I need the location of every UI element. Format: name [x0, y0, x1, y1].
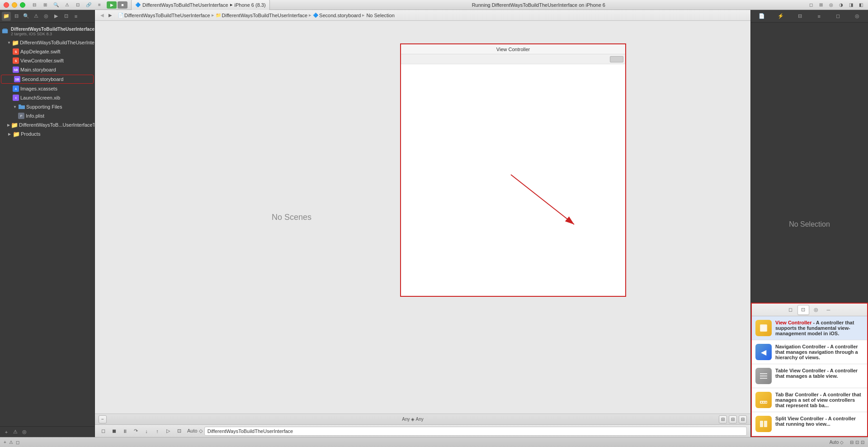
toggle-output-button[interactable]: ⊡: [861, 440, 864, 445]
list-icon[interactable]: ≡: [96, 1, 103, 9]
sidebar-item-viewcontroller[interactable]: S ViewController.swift: [0, 56, 94, 65]
panel-icon[interactable]: ◨: [847, 1, 854, 9]
canvas-bottom-bar: − Any ◈ Any ⊟ ⊟ ⊟: [95, 414, 750, 424]
scheme-selector[interactable]: 🔷 DifferentWaysToBuildTheUserInterface ▸…: [131, 0, 270, 11]
add-file-button[interactable]: +: [3, 428, 10, 436]
sidebar-item-images-xcassets[interactable]: A Images.xcassets: [0, 84, 94, 93]
svg-rect-14: [764, 421, 767, 427]
lib-tab-views[interactable]: ◻: [785, 305, 797, 315]
library-tabs: ◻ ⊡ ◎ ─: [752, 304, 867, 316]
launchscreen-label: LaunchScreen.xib: [20, 95, 93, 100]
vc-content: [401, 64, 625, 296]
nav-tab-search[interactable]: 🔍: [22, 12, 31, 21]
toggle-debug-button[interactable]: ⊟: [850, 440, 854, 445]
error-status-button[interactable]: ◻: [16, 440, 19, 445]
filter-input[interactable]: [204, 427, 747, 436]
lib-tab-code[interactable]: ─: [823, 305, 835, 315]
breakpoint-icon[interactable]: ⊡: [74, 1, 81, 9]
stop-button[interactable]: ■: [118, 1, 127, 9]
breadcrumb-back-button[interactable]: ◀: [99, 12, 106, 19]
library-item-split-view-controller[interactable]: Split View Controller - A controller tha…: [752, 412, 867, 436]
nav-tab-symbols[interactable]: ⊟: [12, 12, 21, 21]
sidebar-item-appdelegate[interactable]: S AppDelegate.swift: [0, 47, 94, 56]
breadcrumb-forward-button[interactable]: ▶: [107, 12, 114, 19]
zoom-out-button[interactable]: −: [99, 415, 107, 423]
insp-tab-attributes[interactable]: ≡: [810, 11, 828, 21]
nav-tab-files[interactable]: 📁: [2, 12, 11, 21]
sidebar-item-launchscreen[interactable]: X LaunchScreen.xib: [0, 93, 94, 102]
version-icon[interactable]: ◑: [837, 1, 844, 9]
insp-tab-identity[interactable]: ⊟: [791, 11, 809, 21]
step-out-button[interactable]: ↑: [153, 427, 162, 436]
add-button[interactable]: +: [4, 440, 6, 445]
sort-icon[interactable]: ◎: [21, 428, 28, 436]
nav-tab-breakpoints[interactable]: ⊡: [61, 12, 71, 21]
fullscreen-button[interactable]: [20, 2, 25, 8]
library-panel: ◻ ⊡ ◎ ─ View Controller - A controller t…: [751, 303, 868, 437]
nav-tab-debug[interactable]: ▶: [52, 12, 61, 21]
library-item-navigation-controller[interactable]: ◀ Navigation Controller - A controller t…: [752, 340, 867, 364]
search-icon[interactable]: 🔍: [52, 1, 60, 9]
resize-btn-1[interactable]: ⊟: [729, 415, 737, 423]
no-scenes-label: No Scenes: [272, 213, 311, 222]
pause-button[interactable]: ⏸: [120, 427, 129, 436]
library-icon[interactable]: ⊞: [817, 1, 825, 9]
scheme-label: DifferentWaysToBuildTheUserInterface: [142, 2, 228, 8]
right-panel-icon[interactable]: ◧: [857, 1, 864, 9]
insp-tab-connections[interactable]: ◎: [848, 11, 866, 21]
nav-tab-reports[interactable]: ≡: [71, 12, 80, 21]
breadcrumb-item-1[interactable]: 📁 DifferentWaysToBuildTheUserInterface: [216, 13, 308, 18]
warning-status-button[interactable]: ⚠: [9, 440, 13, 445]
filter-icon[interactable]: ⚠: [12, 428, 19, 436]
simulate-button[interactable]: ⊡: [175, 427, 184, 436]
link-icon[interactable]: 🔗: [85, 1, 92, 9]
swift-icon: S: [13, 48, 19, 55]
step-over-button[interactable]: ↷: [131, 427, 140, 436]
breadcrumb-item-2[interactable]: 🔷 Second.storyboard: [313, 13, 361, 18]
toggle-debugger-button[interactable]: ⊡: [855, 440, 859, 445]
continue-button[interactable]: ▷: [164, 427, 173, 436]
show-hierarchy-button[interactable]: ◼: [109, 427, 118, 436]
sidebar-item-supporting-files[interactable]: ▼ Supporting Files: [0, 102, 94, 111]
second-storyboard-icon: SB: [14, 76, 20, 82]
run-button[interactable]: ▶: [107, 1, 117, 9]
view-controller-icon: [755, 320, 772, 336]
library-item-view-controller[interactable]: View Controller - A controller that supp…: [752, 316, 867, 340]
nav-tab-tests[interactable]: ◎: [42, 12, 51, 21]
lib-tab-objects[interactable]: ◎: [810, 305, 822, 315]
expand-arrow: ▼: [7, 40, 11, 45]
table-view-controller-text: Table View Controller - A controller tha…: [775, 368, 863, 379]
sidebar-item-main-storyboard[interactable]: SB Main.storyboard: [0, 65, 94, 74]
breadcrumb-nav: ◀ ▶: [99, 12, 114, 19]
grid-icon[interactable]: ⊞: [42, 1, 49, 9]
library-item-tab-bar-controller[interactable]: Tab Bar Controller - A controller that m…: [752, 388, 867, 412]
sidebar-item-second-storyboard[interactable]: SB Second.storyboard: [1, 75, 94, 84]
close-button[interactable]: [4, 2, 9, 8]
sidebar-item-products[interactable]: ▶ 📁 Products: [0, 129, 94, 138]
sidebar-toggle-icon[interactable]: ⊟: [31, 1, 38, 9]
minimize-button[interactable]: [12, 2, 17, 8]
inspector-toggle-icon[interactable]: ◻: [807, 1, 815, 9]
inspector-panel: 📄 ⚡ ⊟ ≡ ◻ ◎ No Selection ◻ ⊡ ◎ ─: [750, 10, 868, 437]
breadcrumb-item-3[interactable]: No Selection: [366, 13, 394, 18]
fit-button[interactable]: ⊟: [719, 415, 727, 423]
xcassets-icon: A: [13, 86, 19, 92]
insp-tab-file[interactable]: 📄: [753, 11, 771, 21]
assistant-icon[interactable]: ◎: [827, 1, 835, 9]
nav-tab-warnings[interactable]: ⚠: [32, 12, 41, 21]
step-into-button[interactable]: ↓: [142, 427, 151, 436]
sidebar-item-root-group[interactable]: ▼ 📁 DifferentWaysToBuildTheUserInterface: [0, 38, 94, 47]
canvas-size-controls: Any ◈ Any: [107, 417, 719, 422]
lib-tab-controllers[interactable]: ⊡: [797, 305, 809, 315]
insp-tab-size[interactable]: ◻: [829, 11, 847, 21]
sidebar-item-tests-group[interactable]: ▶ 📁 DifferentWaysToB...UserInterfaceTest…: [0, 120, 94, 129]
breadcrumb-item-0[interactable]: 📄 DifferentWaysToBuildTheUserInterface: [118, 13, 210, 18]
canvas-right-controls: ⊟ ⊟ ⊟: [719, 415, 747, 423]
library-item-table-view-controller[interactable]: Table View Controller - A controller tha…: [752, 364, 867, 388]
resize-btn-2[interactable]: ⊟: [739, 415, 747, 423]
insp-tab-quick[interactable]: ⚡: [772, 11, 790, 21]
show-canvas-button[interactable]: ◻: [99, 427, 108, 436]
sidebar-item-info-plist[interactable]: P Info.plist: [0, 111, 94, 120]
warning-icon[interactable]: ⚠: [63, 1, 71, 9]
viewcontroller-label: ViewController.swift: [20, 58, 93, 63]
